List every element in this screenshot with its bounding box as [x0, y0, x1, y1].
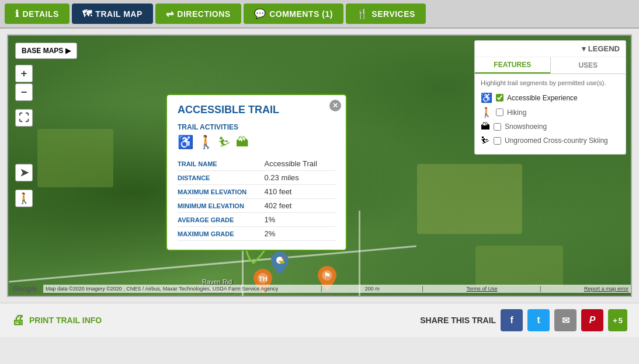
svg-text:TH: TH	[259, 275, 268, 282]
accessible-label[interactable]: Accessible Experience	[507, 94, 578, 102]
base-maps-button[interactable]: BASE MAPS ▶	[15, 43, 77, 59]
accessible-icon: ♿	[481, 92, 492, 103]
popup-activities-label: TRAIL ACTIVITIES	[178, 123, 335, 131]
navigate-button[interactable]: ➤	[15, 164, 33, 181]
hiking-checkbox[interactable]	[496, 108, 503, 116]
field-value: Accessible Trail	[265, 157, 336, 171]
popup-title: ACCESSIBLE TRAIL	[178, 104, 335, 116]
table-row: TRAIL NAME Accessible Trail	[178, 157, 335, 171]
field-value: 1%	[265, 213, 336, 227]
snowshoe-legend-icon: 🏔	[481, 121, 490, 132]
terms-link[interactable]: Terms of Use	[466, 286, 497, 292]
legend-item-skiing: ⛷ Ungroomed Cross-country Skiing	[481, 135, 620, 146]
popup-activities: ♿ 🚶 ⛷ 🏔	[178, 135, 335, 150]
facebook-icon: f	[510, 315, 513, 326]
table-row: MAXIMUM ELEVATION 410 feet	[178, 185, 335, 199]
info-icon: ℹ	[15, 8, 19, 19]
svg-text:⚑: ⚑	[324, 271, 331, 280]
report-link[interactable]: Report a map error	[584, 286, 628, 292]
legend-panel: ▾ LEGEND FEATURES USES Highlight trail s…	[474, 40, 626, 155]
twitter-icon: t	[537, 315, 540, 326]
map-controls: + − ⛶ ➤ 🚶	[15, 65, 33, 207]
snowshoeing-checkbox[interactable]	[494, 123, 501, 131]
services-icon: 🍴	[356, 8, 369, 19]
share-section: SHARE THIS TRAIL f t ✉ P + 5	[420, 309, 627, 331]
more-share-button[interactable]: + 5	[608, 309, 627, 331]
plus-icon: +	[613, 316, 617, 325]
legend-item-accessible: ♿ Accessible Experience	[481, 92, 620, 103]
legend-item-snowshoeing: 🏔 Snowshoeing	[481, 121, 620, 132]
accessible-checkbox[interactable]	[496, 94, 503, 102]
zoom-out-button[interactable]: −	[15, 83, 33, 101]
table-row: MAXIMUM GRADE 2%	[178, 227, 335, 241]
skiing-label[interactable]: Ungroomed Cross-country Skiing	[505, 136, 608, 145]
print-button[interactable]: 🖨 PRINT TRAIL INFO	[12, 313, 102, 328]
directions-icon: ⇌	[166, 8, 174, 19]
ski-legend-icon: ⛷	[481, 135, 490, 146]
wheelchair-icon: ♿	[178, 135, 193, 150]
bottom-bar: 🖨 PRINT TRAIL INFO SHARE THIS TRAIL f t …	[0, 303, 639, 337]
table-row: MINIMUM ELEVATION 402 feet	[178, 199, 335, 213]
map-attribution: Map data ©2020 Imagery ©2020 , CNES / Ai…	[43, 285, 631, 293]
field-label: MAXIMUM GRADE	[178, 227, 265, 241]
fullscreen-button[interactable]: ⛶	[15, 109, 33, 127]
map-field-2	[417, 164, 522, 234]
tab-trail-map[interactable]: 🗺 TRAIL MAP	[72, 4, 153, 24]
map-field	[37, 129, 113, 187]
map-marker-blue[interactable]: ⛳	[271, 251, 289, 277]
map-icon: 🗺	[82, 9, 92, 19]
table-row: DISTANCE 0.23 miles	[178, 171, 335, 185]
comments-icon: 💬	[254, 8, 266, 19]
skiing-icon: ⛷	[218, 135, 231, 150]
legend-item-hiking: 🚶 Hiking	[481, 107, 620, 118]
popup-info-table: TRAIL NAME Accessible Trail DISTANCE 0.2…	[178, 157, 335, 241]
popup-close-button[interactable]: ✕	[329, 100, 341, 111]
map-road-3	[359, 211, 360, 297]
legend-tab-uses[interactable]: USES	[551, 57, 626, 74]
snowshoe-icon: 🏔	[236, 135, 249, 150]
pinterest-icon: P	[589, 315, 596, 326]
tab-directions[interactable]: ⇌ DIRECTIONS	[155, 4, 241, 24]
legend-toggle[interactable]: ▾ LEGEND	[475, 41, 626, 57]
table-row: AVERAGE GRADE 1%	[178, 213, 335, 227]
hiking-legend-icon: 🚶	[481, 107, 492, 118]
field-label: MINIMUM ELEVATION	[178, 199, 265, 213]
hiking-icon: 🚶	[198, 135, 214, 150]
field-label: TRAIL NAME	[178, 157, 265, 171]
twitter-share-button[interactable]: t	[527, 309, 550, 331]
legend-body: Highlight trail segments by permitted us…	[475, 74, 626, 154]
plus-count: 5	[619, 316, 623, 325]
legend-tabs: FEATURES USES	[475, 57, 626, 74]
skiing-checkbox[interactable]	[494, 137, 501, 145]
field-label: AVERAGE GRADE	[178, 213, 265, 227]
pinterest-share-button[interactable]: P	[581, 309, 603, 331]
printer-icon: 🖨	[12, 313, 25, 328]
tab-details[interactable]: ℹ DETAILS	[5, 4, 70, 24]
field-value: 2%	[265, 227, 336, 241]
legend-tab-features[interactable]: FEATURES	[475, 57, 550, 74]
google-watermark: Google	[13, 285, 37, 293]
zoom-in-button[interactable]: +	[15, 65, 33, 82]
facebook-share-button[interactable]: f	[501, 309, 523, 331]
trail-popup: ✕ ACCESSIBLE TRAIL TRAIL ACTIVITIES ♿ 🚶 …	[166, 94, 347, 251]
svg-text:⛳: ⛳	[278, 257, 286, 264]
field-value: 0.23 miles	[265, 171, 336, 185]
field-label: DISTANCE	[178, 171, 265, 185]
street-view-button[interactable]: 🚶	[15, 190, 33, 207]
hiking-label[interactable]: Hiking	[507, 108, 526, 117]
field-value: 410 feet	[265, 185, 336, 199]
email-share-button[interactable]: ✉	[554, 309, 577, 331]
legend-hint: Highlight trail segments by permitted us…	[481, 79, 620, 88]
map-container: BASE MAPS ▶ + − ⛶ ➤ 🚶 ✕ ACCESSIBLE TRAIL…	[7, 34, 632, 297]
map-field-3	[475, 246, 563, 286]
field-label: MAXIMUM ELEVATION	[178, 185, 265, 199]
snowshoeing-label[interactable]: Snowshoeing	[505, 123, 547, 131]
share-label: SHARE THIS TRAIL	[420, 316, 496, 325]
tab-comments[interactable]: 💬 COMMENTS (1)	[244, 4, 343, 24]
email-icon: ✉	[562, 315, 569, 326]
tab-services[interactable]: 🍴 SERVICES	[346, 4, 426, 24]
top-navigation: ℹ DETAILS 🗺 TRAIL MAP ⇌ DIRECTIONS 💬 COM…	[0, 0, 639, 29]
field-value: 402 feet	[265, 199, 336, 213]
